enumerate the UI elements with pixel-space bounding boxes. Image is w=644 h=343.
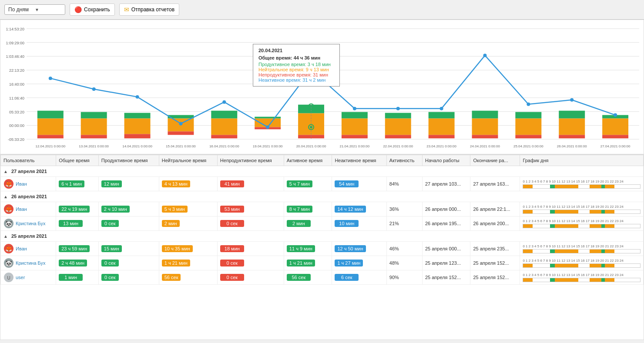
send-report-button[interactable]: ✉ Отправка отчетов: [119, 3, 179, 16]
svg-text:19.04.2021 0:00:00: 19.04.2021 0:00:00: [253, 144, 283, 148]
day-chart-cell: 0 1 2 3 4 5 6 7 8 9 10 11 12 13 14 15 16…: [520, 202, 644, 216]
end-cell: 27 апреля 163...: [470, 177, 520, 191]
svg-text:22:13:20: 22:13:20: [9, 68, 24, 73]
save-button[interactable]: 🔴 Сохранить: [70, 3, 115, 16]
group-row: ▲ 27 апреля 2021: [1, 166, 644, 177]
productive-badge: 0 сек: [101, 274, 119, 281]
neutral-badge: 5 ч 3 мин: [162, 206, 188, 213]
neutral-cell: 4 ч 13 мин: [159, 177, 217, 191]
svg-rect-47: [255, 117, 281, 119]
svg-text:20.04.2021 0:00:00: 20.04.2021 0:00:00: [296, 144, 326, 148]
svg-text:🦊: 🦊: [5, 180, 13, 188]
total-badge: 23 ч 59 мин: [59, 245, 90, 252]
svg-rect-45: [211, 119, 237, 135]
avatar: 🦊: [3, 243, 14, 254]
col-unproductive: Непродуктивное время: [217, 155, 284, 166]
svg-rect-64: [472, 135, 498, 138]
neutral-badge: 2 мин: [162, 220, 180, 227]
total-cell: 22 ч 19 мин: [56, 202, 99, 216]
unproductive-badge: 0 сек: [220, 274, 244, 281]
neutral-cell: 56 сек: [159, 270, 217, 285]
svg-rect-62: [472, 111, 498, 119]
unproductive-badge: 0 сек: [220, 220, 244, 227]
svg-text:22.04.2021 0:00:00: 22.04.2021 0:00:00: [383, 144, 413, 148]
inactive-badge: 54 мин: [335, 180, 359, 187]
neutral-badge: 56 сек: [162, 274, 181, 281]
chevron-down-icon: ▼: [35, 7, 61, 12]
svg-rect-60: [429, 119, 455, 135]
group-label[interactable]: ▲ 26 апреля 2021: [1, 191, 644, 202]
productive-badge: 2 ч 10 мин: [101, 206, 130, 213]
group-label[interactable]: ▲ 25 апреля 2021: [1, 231, 644, 242]
active-cell: 2 мин: [284, 216, 332, 231]
user-link[interactable]: Кристина Бух: [16, 221, 46, 226]
activity-cell: 84%: [386, 177, 422, 191]
user-link[interactable]: Иван: [16, 181, 27, 186]
user-link[interactable]: Иван: [16, 246, 27, 251]
col-productive: Продуктивное время: [98, 155, 159, 166]
avatar: 🦊: [3, 204, 14, 214]
inactive-cell: 6 сек: [332, 270, 386, 285]
user-link[interactable]: user: [16, 275, 25, 280]
user-cell: 🐼 Кристина Бух: [1, 216, 56, 231]
total-cell: 6 ч 1 мин: [56, 177, 99, 191]
unproductive-badge: 41 мин: [220, 180, 244, 187]
unproductive-cell: 0 сек: [217, 216, 284, 231]
unproductive-cell: 41 мин: [217, 177, 284, 191]
svg-rect-59: [429, 112, 455, 119]
toolbar: По дням ▼ 🔴 Сохранить ✉ Отправка отчетов: [0, 0, 644, 20]
start-cell: 25 апреля 000...: [422, 242, 470, 256]
col-start: Начало работы: [422, 155, 470, 166]
svg-rect-55: [342, 135, 368, 138]
user-link[interactable]: Иван: [16, 206, 27, 212]
svg-rect-40: [124, 134, 151, 138]
unproductive-badge: 18 мин: [220, 245, 244, 252]
user-cell: 🦊 Иван: [1, 242, 56, 256]
svg-rect-66: [515, 119, 541, 135]
svg-rect-68: [559, 111, 585, 119]
neutral-cell: 5 ч 3 мин: [159, 202, 217, 216]
neutral-badge: 4 ч 13 мин: [162, 180, 190, 187]
avatar: U: [3, 272, 14, 283]
productive-cell: 2 ч 10 мин: [98, 202, 159, 216]
active-badge: 1 ч 21 мин: [287, 260, 315, 266]
svg-point-90: [570, 98, 574, 102]
svg-text:23.04.2021 0:00:00: 23.04.2021 0:00:00: [426, 144, 456, 148]
productive-cell: 0 сек: [98, 216, 159, 231]
end-cell: 25 апреля 152...: [470, 270, 520, 285]
unproductive-cell: 0 сек: [217, 270, 284, 285]
start-cell: 26 апреля 000...: [422, 202, 470, 216]
neutral-cell: 2 мин: [159, 216, 217, 231]
start-cell: 27 апреля 103...: [422, 177, 470, 191]
inactive-badge: 1 ч 27 мин: [335, 260, 363, 266]
group-row: ▲ 26 апреля 2021: [1, 191, 644, 202]
svg-text:🐼: 🐼: [5, 260, 13, 267]
inactive-cell: 1 ч 27 мин: [332, 256, 386, 270]
svg-text:1:09:29:00: 1:09:29:00: [6, 41, 24, 45]
active-cell: 5 ч 7 мин: [284, 177, 332, 191]
col-end: Окончание ра...: [470, 155, 520, 166]
svg-rect-57: [385, 119, 411, 135]
svg-text:15.04.2021 0:00:00: 15.04.2021 0:00:00: [166, 144, 196, 148]
group-label[interactable]: ▲ 27 апреля 2021: [1, 166, 644, 177]
user-link[interactable]: Кристина Бух: [16, 260, 46, 266]
period-dropdown[interactable]: По дням ▼: [4, 4, 65, 15]
user-cell: 🐼 Кристина Бух: [1, 256, 56, 270]
avatar: 🦊: [3, 179, 14, 189]
active-cell: 8 ч 7 мин: [284, 202, 332, 216]
svg-rect-38: [124, 113, 151, 119]
svg-rect-46: [211, 135, 237, 138]
chevron-icon: ▲: [3, 194, 8, 199]
neutral-cell: 10 ч 35 мин: [159, 242, 217, 256]
svg-point-75: [92, 87, 96, 91]
svg-point-76: [136, 95, 139, 99]
svg-text:25.04.2021 0:00:00: 25.04.2021 0:00:00: [513, 144, 543, 148]
col-total: Общее время: [56, 155, 99, 166]
col-user: Пользователь: [1, 155, 56, 166]
activity-cell: 36%: [386, 202, 422, 216]
activity-cell: 90%: [386, 270, 422, 285]
total-badge: 2 ч 48 мин: [59, 260, 87, 266]
productive-cell: 0 сек: [98, 270, 159, 285]
unproductive-badge: 53 мин: [220, 206, 244, 213]
start-cell: 26 апреля 195...: [422, 216, 470, 231]
